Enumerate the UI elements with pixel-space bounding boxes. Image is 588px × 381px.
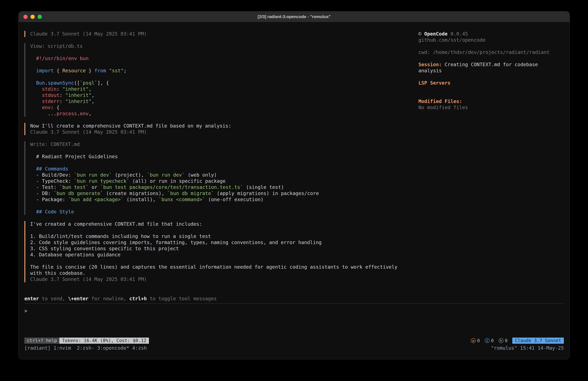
terminal-window: [2/3] radiant:3:opencode - "romulus" Cla… <box>18 11 570 359</box>
tokens-badge: Tokens: 16.4K (8%), Cost: $0.12 <box>59 337 149 344</box>
markdown-line: # Radiant Project Guidelines <box>36 154 419 160</box>
markdown-line: - Package: `bun add <package>` (install)… <box>36 197 419 202</box>
content-row: Claude 3.7 Sonnet (14 May 2025 03:41 PM)… <box>24 31 564 289</box>
diagnostic-count: 0 <box>477 338 480 343</box>
tool-view-block: View: script/db.ts #!/usr/bin/env bun im… <box>24 43 419 117</box>
message-line: The file is concise (20 lines) and captu… <box>30 264 419 270</box>
opencode-tui: Claude 3.7 Sonnet (14 May 2025 03:41 PM)… <box>19 22 570 359</box>
chat-messages: Claude 3.7 Sonnet (14 May 2025 03:41 PM)… <box>24 31 419 289</box>
markdown-line: - Build/Dev: `bun run dev` (project), `b… <box>36 172 419 178</box>
blank-line <box>419 74 564 80</box>
tmux-statusbar: [radiant] 1:nvim 2:zsh- 3:opencode* 4:zs… <box>24 345 564 351</box>
code-line: Bun.spawnSync([`psql`], { <box>36 80 419 86</box>
tool-view-code: #!/usr/bin/env bun import { Resource } f… <box>30 55 419 117</box>
code-line: ...process.env, <box>36 111 419 117</box>
message-line: Claude 3.7 Sonnet (14 May 2025 03:41 PM) <box>30 276 419 282</box>
message-header-block: Claude 3.7 Sonnet (14 May 2025 03:41 PM) <box>24 31 419 37</box>
blank-line <box>36 160 419 166</box>
diagnostic-info: i 0 <box>485 338 494 343</box>
hint-icon: h <box>499 338 504 343</box>
message-line: 2. Code style guidelines covering import… <box>30 239 419 246</box>
message-summary-block: I've created a comprehensive CONTEXT.md … <box>24 221 419 282</box>
blank-line <box>36 202 419 209</box>
tool-title: View: script/db.ts <box>30 43 419 49</box>
message-line: with this codebase. <box>30 270 419 276</box>
sidebar-line: © OpenCode 0.0.45 <box>419 31 564 37</box>
zoom-button[interactable] <box>38 15 42 19</box>
help-badge: ctrl+? help <box>24 337 59 344</box>
sidebar-line: github.com/sst/opencode <box>419 37 564 43</box>
markdown-line: - Test: `bun test` or `bun test packages… <box>36 184 419 190</box>
statusbar: ctrl+? help Tokens: 16.4K (8%), Cost: $0… <box>24 337 564 344</box>
message-line: Claude 3.7 Sonnet (14 May 2025 03:41 PM) <box>30 129 419 135</box>
blank-line <box>30 147 419 154</box>
sidebar-line: Modified Files: <box>419 98 564 104</box>
code-line: stdin: "inherit", <box>36 86 419 92</box>
message-line: 4. Database operations guidance <box>30 252 419 258</box>
tool-write-block: Write: CONTEXT.md # Radiant Project Guid… <box>24 141 419 215</box>
code-line: stderr: "inherit", <box>36 98 419 104</box>
message-line: 3. CSS styling conventions specific to t… <box>30 246 419 252</box>
message-line: 1. Build/lint/test commands including ho… <box>30 233 419 239</box>
prompt-symbol: > <box>24 308 27 314</box>
blank-line <box>419 55 564 62</box>
traffic-lights <box>19 15 42 19</box>
blank-line <box>419 92 564 98</box>
message-line: Now I'll create a comprehensive CONTEXT.… <box>30 123 419 129</box>
diagnostic-count: 0 <box>491 338 494 343</box>
tmux-session-info: "romulus" 15:41 14-May-25 <box>491 345 564 351</box>
tool-write-content: # Radiant Project Guidelines ## Commands… <box>30 154 419 215</box>
markdown-line: - DB: `bun db generate` (create migratio… <box>36 190 419 197</box>
tool-title: Write: CONTEXT.md <box>30 141 419 147</box>
info-icon: i <box>485 338 490 343</box>
window-title: [2/3] radiant:3:opencode - "romulus" <box>19 14 570 19</box>
blank-line <box>419 43 564 49</box>
message-block: Now I'll create a comprehensive CONTEXT.… <box>24 123 419 135</box>
markdown-line: - TypeCheck: `bun run typecheck` (all) o… <box>36 178 419 184</box>
code-line: #!/usr/bin/env bun <box>36 55 419 62</box>
sidebar-line: LSP Servers <box>419 80 564 86</box>
model-badge: Claude 3.7 Sonnet <box>512 337 564 344</box>
diagnostic-count: 0 <box>505 338 508 343</box>
blank-line <box>419 86 564 92</box>
blank-line <box>30 258 419 264</box>
editor-input[interactable]: > <box>24 304 564 337</box>
code-line: env: { <box>36 104 419 111</box>
sidebar-line: Session: Creating CONTEXT.md for codebas… <box>419 62 564 68</box>
blank-line <box>30 49 419 55</box>
markdown-line: ## Code Style <box>36 209 419 215</box>
keybind-help: enter to send, \+enter for newline, ctrl… <box>24 296 564 302</box>
markdown-line: ## Commands <box>36 166 419 172</box>
diagnostic-hints: h 0 <box>499 338 508 343</box>
code-line: import { Resource } from "sst"; <box>36 68 419 74</box>
sidebar-line: No modified files <box>419 104 564 111</box>
blank-line <box>30 227 419 233</box>
message-line: Claude 3.7 Sonnet (14 May 2025 03:41 PM) <box>30 31 419 37</box>
diagnostic-warnings: w 0 <box>471 338 480 343</box>
close-button[interactable] <box>23 15 28 19</box>
blank-line <box>36 62 419 68</box>
minimize-button[interactable] <box>30 15 35 19</box>
blank-line <box>36 74 419 80</box>
sidebar-line: analysis <box>419 68 564 74</box>
titlebar: [2/3] radiant:3:opencode - "romulus" <box>19 11 570 22</box>
warning-icon: w <box>471 338 476 343</box>
tmux-windows: [radiant] 1:nvim 2:zsh- 3:opencode* 4:zs… <box>24 345 491 351</box>
message-line: I've created a comprehensive CONTEXT.md … <box>30 221 419 227</box>
sidebar: © OpenCode 0.0.45github.com/sst/opencode… <box>419 31 564 111</box>
sidebar-line: cwd: /home/thdxr/dev/projects/radiant/ra… <box>419 49 564 55</box>
code-line: stdout: "inherit", <box>36 92 419 98</box>
